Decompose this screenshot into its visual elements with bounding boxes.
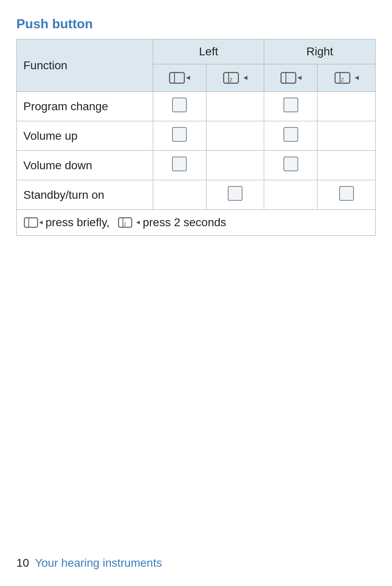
page-footer: 10 Your hearing instruments xyxy=(16,556,162,570)
page-title: Push button xyxy=(16,16,376,32)
table-row: Volume up xyxy=(17,121,376,151)
checkbox-cell-right_2sec xyxy=(317,180,376,210)
checkbox-cell-right_2sec xyxy=(317,92,376,121)
svg-rect-7 xyxy=(281,73,296,83)
table-row: Volume down xyxy=(17,151,376,180)
svg-text:2: 2 xyxy=(124,221,126,227)
right-2sec-icon-header: 2 xyxy=(317,64,376,92)
checkbox-cell-right_brief xyxy=(264,180,317,210)
footer-2sec-text: press 2 seconds xyxy=(143,216,226,229)
checkbox-icon xyxy=(228,186,242,201)
footer-note-cell: press briefly, 2 press 2 seconds xyxy=(17,210,376,236)
checkbox-cell-left_brief xyxy=(153,180,206,210)
checkbox-icon xyxy=(283,157,298,171)
checkbox-cell-right_2sec xyxy=(317,121,376,151)
function-cell: Volume up xyxy=(17,121,153,151)
function-cell: Standby/turn on xyxy=(17,180,153,210)
checkbox-icon xyxy=(172,127,187,142)
push-button-table: Function Left Right xyxy=(16,39,376,236)
svg-marker-16 xyxy=(39,221,43,225)
checkbox-cell-left_2sec xyxy=(206,180,264,210)
left-brief-icon-header xyxy=(153,64,206,92)
svg-marker-6 xyxy=(243,76,247,80)
checkbox-icon xyxy=(283,127,298,142)
svg-rect-0 xyxy=(170,73,184,83)
footer-note: press briefly, 2 press 2 seconds xyxy=(23,216,369,229)
checkbox-icon xyxy=(283,98,298,112)
checkbox-cell-left_2sec xyxy=(206,151,264,180)
col-left-header: Left xyxy=(153,39,264,64)
checkbox-icon xyxy=(172,157,187,171)
function-cell: Volume down xyxy=(17,151,153,180)
svg-text:2: 2 xyxy=(341,77,344,83)
checkbox-cell-left_brief xyxy=(153,121,206,151)
svg-text:2: 2 xyxy=(229,77,232,83)
table-row: Program change xyxy=(17,92,376,121)
svg-rect-14 xyxy=(25,218,38,227)
col-function-header: Function xyxy=(17,39,153,92)
checkbox-cell-right_brief xyxy=(264,92,317,121)
checkbox-cell-left_2sec xyxy=(206,92,264,121)
left-2sec-icon-header: 2 xyxy=(206,64,264,92)
checkbox-icon xyxy=(339,186,354,201)
checkbox-cell-right_brief xyxy=(264,121,317,151)
svg-marker-9 xyxy=(297,76,301,80)
svg-marker-20 xyxy=(136,221,140,225)
col-right-header: Right xyxy=(264,39,376,64)
checkbox-cell-left_brief xyxy=(153,151,206,180)
svg-marker-2 xyxy=(186,76,190,80)
page-number: 10 xyxy=(16,556,29,570)
checkbox-cell-right_2sec xyxy=(317,151,376,180)
checkbox-cell-left_2sec xyxy=(206,121,264,151)
svg-marker-13 xyxy=(355,76,359,80)
footer-brief-text: press briefly, xyxy=(45,216,110,229)
checkbox-cell-left_brief xyxy=(153,92,206,121)
footer-label: Your hearing instruments xyxy=(35,556,162,570)
function-cell: Program change xyxy=(17,92,153,121)
checkbox-cell-right_brief xyxy=(264,151,317,180)
table-row: Standby/turn on xyxy=(17,180,376,210)
checkbox-icon xyxy=(172,98,187,112)
right-brief-icon-header xyxy=(264,64,317,92)
